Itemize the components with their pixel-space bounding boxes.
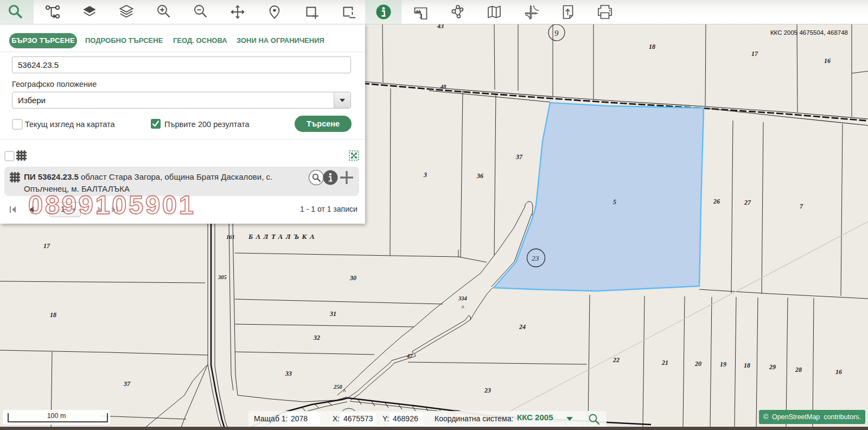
svg-text:31: 31	[329, 310, 336, 318]
svg-text:9: 9	[554, 29, 559, 37]
svg-text:18: 18	[744, 362, 750, 369]
svg-text:28: 28	[795, 366, 802, 374]
svg-text:23: 23	[484, 387, 491, 394]
svg-text:27: 27	[744, 199, 751, 206]
svg-text:18: 18	[50, 311, 56, 319]
svg-text:305: 305	[218, 274, 227, 280]
svg-text:БАЛТАЛЪКА: БАЛТАЛЪКА	[248, 232, 317, 241]
svg-text:7: 7	[800, 203, 803, 210]
svg-text:17: 17	[43, 242, 50, 250]
svg-text:24: 24	[519, 323, 526, 331]
svg-text:5: 5	[613, 198, 616, 206]
svg-text:37: 37	[515, 153, 523, 161]
svg-text:29: 29	[769, 363, 776, 371]
svg-text:48: 48	[440, 84, 446, 90]
svg-text:33: 33	[285, 370, 292, 377]
svg-text:30: 30	[349, 274, 356, 282]
svg-text:16: 16	[824, 57, 831, 65]
svg-text:17: 17	[751, 50, 758, 58]
svg-text:3: 3	[423, 171, 427, 179]
svg-text:37: 37	[123, 380, 131, 388]
svg-text:^: ^	[343, 388, 346, 394]
svg-text:47: 47	[406, 353, 413, 359]
svg-text:32: 32	[313, 334, 320, 342]
svg-text:26: 26	[713, 198, 720, 205]
svg-text:250: 250	[333, 384, 343, 390]
svg-text:^: ^	[461, 305, 464, 311]
svg-text:16: 16	[835, 368, 842, 376]
svg-text:334: 334	[458, 295, 467, 301]
svg-text:36: 36	[476, 172, 483, 180]
svg-text:18: 18	[649, 43, 655, 50]
svg-text:21: 21	[661, 359, 668, 366]
svg-text:23: 23	[532, 254, 539, 262]
svg-text:22: 22	[612, 356, 620, 364]
svg-text:20: 20	[694, 360, 701, 368]
svg-text:161: 161	[226, 234, 235, 240]
svg-text:19: 19	[720, 361, 726, 368]
